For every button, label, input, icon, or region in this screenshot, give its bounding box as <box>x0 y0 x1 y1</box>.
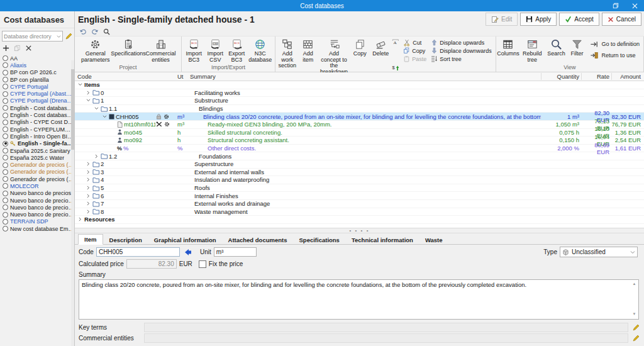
fix-price-checkbox[interactable] <box>199 260 206 268</box>
back-arrow-button[interactable] <box>184 248 192 256</box>
radio-icon[interactable] <box>3 84 8 89</box>
displace-downwards-button[interactable]: Displace downwards <box>429 47 494 55</box>
edit-key-terms-button[interactable] <box>631 323 640 332</box>
sidebar-item[interactable]: España 2025.c Water <box>0 154 74 161</box>
edit-directory-pencil-icon[interactable] <box>65 33 72 40</box>
tab-item[interactable]: Item <box>78 234 103 245</box>
radio-icon[interactable] <box>3 148 8 153</box>
radio-icon[interactable] <box>3 113 8 118</box>
column-quantity[interactable]: Quantity <box>541 73 581 80</box>
sidebar-item[interactable]: MOLECOR <box>0 182 74 189</box>
table-row[interactable]: CHH005m³Blinding class 20/20 concrete, p… <box>75 113 644 121</box>
chevron-collapsed-icon[interactable] <box>86 177 91 182</box>
import-csv-button[interactable]: CSVImport CSV <box>205 37 226 64</box>
sidebar-item[interactable]: English - CYPE Cost Databas... <box>0 119 74 126</box>
sidebar-item[interactable]: CYPE Portugal (Drenagem) <box>0 98 74 104</box>
accept-button[interactable]: Accept <box>559 13 599 26</box>
import-bc3-button[interactable]: BC3Import BC3 <box>184 37 204 64</box>
sidebar-item[interactable]: CYPE Portugal <box>0 83 74 90</box>
restore-window-button[interactable] <box>606 0 625 11</box>
table-row[interactable]: mo092hStructural concreting assistant.0,… <box>75 137 644 145</box>
table-row[interactable]: Resources <box>75 216 644 224</box>
zoom-icon[interactable] <box>103 28 110 35</box>
cancel-button[interactable]: Cancel <box>602 13 641 26</box>
general-parameters-button[interactable]: General parameters <box>77 37 114 64</box>
tab-waste[interactable]: Waste <box>419 235 448 245</box>
key-terms-field[interactable] <box>144 323 628 332</box>
column-amount[interactable]: Amount <box>611 73 644 80</box>
table-row[interactable]: 7External works and drainage <box>75 200 644 208</box>
table-row[interactable]: mt10hmf011jbm³Ready-mixed GEN3 blinding,… <box>75 121 644 129</box>
paste-button[interactable]: Paste <box>401 55 428 63</box>
sidebar-item[interactable]: Nuevo banco de precios a p... <box>0 204 74 211</box>
radio-icon[interactable] <box>3 55 8 61</box>
delete-button[interactable]: Delete <box>370 37 391 75</box>
radio-icon[interactable] <box>3 219 8 225</box>
chevron-collapsed-icon[interactable] <box>86 201 91 206</box>
radio-icon[interactable] <box>3 183 8 189</box>
table-row[interactable]: 1Substructure <box>75 97 644 105</box>
search-button[interactable]: Search <box>546 37 566 64</box>
panel-splitter[interactable]: • • • • <box>75 228 644 233</box>
sidebar-item[interactable]: Aliaxis <box>0 62 74 69</box>
sidebar-item[interactable]: Generador de precios (sumin... <box>0 176 74 182</box>
add-item-button[interactable]: Add item <box>298 37 318 75</box>
table-row[interactable]: 2Superstructure <box>75 160 644 169</box>
edit-commercial-entities-button[interactable] <box>631 333 640 343</box>
filter-button[interactable]: Filter <box>567 37 587 64</box>
close-window-button[interactable] <box>625 0 644 11</box>
copy-database-button[interactable] <box>14 45 21 52</box>
return-to-use-button[interactable]: Return to use <box>587 50 641 61</box>
sort-tree-button[interactable]: Sort tree <box>429 55 494 63</box>
radio-icon[interactable] <box>3 155 8 160</box>
sidebar-item[interactable]: New cost database Empty <box>0 225 74 232</box>
export-bc3-button[interactable]: BC3Export BC3 <box>226 37 247 64</box>
edit-button[interactable]: Edit <box>486 13 518 26</box>
tab-graphical-information[interactable]: Graphical information <box>148 235 222 245</box>
chevron-expanded-icon[interactable] <box>102 115 108 118</box>
chevron-collapsed-icon[interactable] <box>86 209 91 214</box>
sidebar-item[interactable]: BP con GP 2026.c <box>0 69 74 76</box>
radio-icon[interactable] <box>3 226 8 232</box>
sidebar-item[interactable]: English - Single-family d... <box>0 140 74 147</box>
copy-button[interactable]: Copy <box>401 47 428 55</box>
apply-button[interactable]: Apply <box>520 13 557 26</box>
add-work-section-button[interactable]: Add work section <box>277 37 297 75</box>
unit-input[interactable]: m³ <box>214 247 257 257</box>
radio-icon[interactable] <box>3 126 8 132</box>
summary-textarea[interactable]: Blinding class 20/20 concrete, poured fr… <box>79 279 639 320</box>
radio-icon[interactable] <box>3 176 8 182</box>
radio-icon[interactable] <box>3 191 8 196</box>
column-summary[interactable]: Summary <box>190 73 541 80</box>
sidebar-item[interactable]: English - Intro Open BIM - 1 <box>0 133 74 140</box>
tab-technical-information[interactable]: Technical information <box>346 235 419 245</box>
n3c-database-button[interactable]: N3C database <box>248 37 273 64</box>
radio-icon[interactable] <box>3 169 8 175</box>
radio-icon[interactable] <box>3 91 8 97</box>
sidebar-scrollbar[interactable] <box>71 60 74 346</box>
sidebar-item[interactable]: BP con plantilla <box>0 76 74 83</box>
chevron-collapsed-icon[interactable] <box>94 154 99 159</box>
tab-description[interactable]: Description <box>104 235 148 245</box>
displace-upwards-button[interactable]: Displace upwards <box>429 38 494 47</box>
table-row[interactable]: 5Roofs <box>75 184 644 193</box>
summary-scrollbar[interactable]: ▲▼ <box>631 281 638 318</box>
chevron-collapsed-icon[interactable] <box>86 194 91 198</box>
radio-icon[interactable] <box>3 141 8 147</box>
add-concept-to-the-breakdown-button[interactable]: Add concept to the breakdown <box>319 37 350 75</box>
commercial-entities-field[interactable] <box>144 333 628 343</box>
table-row[interactable]: 1.2Foundations <box>75 152 644 160</box>
column-code[interactable]: Code <box>75 73 155 80</box>
rebuild-tree-button[interactable]: Rebuild tree <box>519 37 545 64</box>
table-row[interactable]: Items <box>75 81 644 89</box>
chevron-collapsed-icon[interactable] <box>86 170 91 174</box>
chevron-collapsed-icon[interactable] <box>86 186 91 190</box>
specifications-button[interactable]: Specifications <box>115 37 142 64</box>
table-row[interactable]: 0Facilitating works <box>75 89 644 98</box>
table-row[interactable]: 6Internal Finishes <box>75 192 644 200</box>
sidebar-item[interactable]: Generador de precios (sumin... <box>0 169 74 176</box>
chevron-collapsed-icon[interactable] <box>77 217 83 221</box>
radio-icon[interactable] <box>3 212 8 218</box>
sidebar-item[interactable]: TERRAIN SDP <box>0 218 74 225</box>
sidebar-item[interactable]: Nuevo banco de precios <box>0 190 74 197</box>
